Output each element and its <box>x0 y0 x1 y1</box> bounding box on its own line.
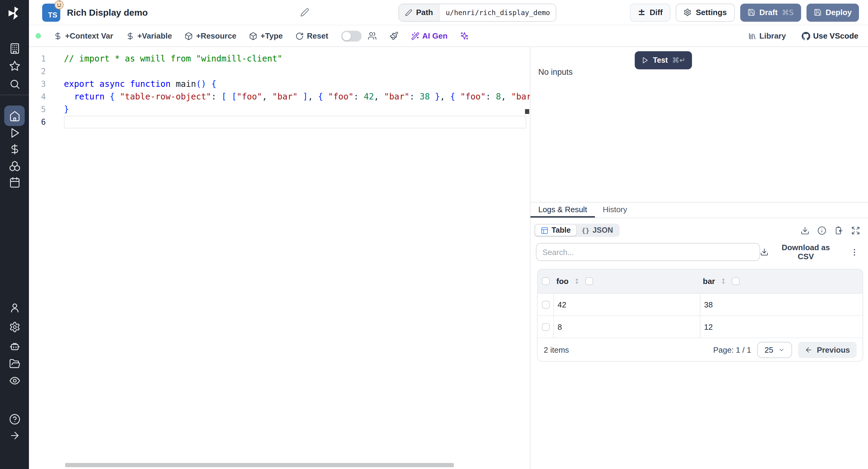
sidebar-expand-icon[interactable] <box>0 430 29 441</box>
reset-button[interactable]: Reset <box>296 31 328 40</box>
test-label: Test <box>653 56 668 64</box>
settings-label: Settings <box>696 8 727 17</box>
rotate-icon <box>296 32 304 40</box>
page-indicator: Page: 1 / 1 <box>713 345 751 354</box>
library-button[interactable]: Library <box>748 31 786 40</box>
search-input[interactable] <box>536 243 760 261</box>
column-header-bar[interactable]: bar <box>703 277 715 286</box>
expand-icon[interactable] <box>851 226 860 235</box>
inputs-panel: Test ⌘↵ No inputs <box>530 47 868 202</box>
items-count: 2 items <box>544 345 569 354</box>
sidebar-item-search[interactable] <box>0 79 29 90</box>
path-label: Path <box>416 8 433 17</box>
view-json-button[interactable]: {}JSON <box>576 225 618 236</box>
editor-horizontal-scrollbar[interactable] <box>65 463 454 467</box>
add-type-button[interactable]: +Type <box>249 31 283 40</box>
add-resource-button[interactable]: +Resource <box>185 31 237 40</box>
mode-toggle[interactable] <box>341 30 361 41</box>
sidebar-divider <box>0 95 29 95</box>
kebab-menu-icon[interactable] <box>850 247 859 256</box>
diff-button[interactable]: ±Diff <box>630 3 671 22</box>
sidebar-item-favorites[interactable] <box>0 60 29 72</box>
column-header-foo[interactable]: foo <box>556 277 568 286</box>
deploy-label: Deploy <box>826 8 852 17</box>
sidebar-item-workspace[interactable] <box>0 43 29 54</box>
row-checkbox[interactable] <box>541 301 550 308</box>
test-button[interactable]: Test ⌘↵ <box>635 51 692 69</box>
row-checkbox[interactable] <box>541 323 550 331</box>
library-icon <box>748 32 756 40</box>
info-icon[interactable] <box>817 226 827 235</box>
tab-history[interactable]: History <box>595 202 635 218</box>
draft-button[interactable]: Draft⌘S <box>740 3 801 22</box>
typescript-badge: TS <box>42 3 60 22</box>
sidebar-item-variables[interactable] <box>0 144 29 155</box>
dollar-icon <box>54 32 62 40</box>
previous-page-button[interactable]: Previous <box>798 342 857 358</box>
sidebar-item-workers[interactable] <box>0 341 29 352</box>
chevron-down-icon <box>778 346 785 353</box>
users-icon[interactable] <box>367 31 376 40</box>
save-icon <box>747 8 755 16</box>
tab-logs-result[interactable]: Logs & Result <box>530 202 595 218</box>
table-row: 4238 <box>538 293 863 316</box>
sidebar-item-folders[interactable] <box>0 358 29 370</box>
column-checkbox[interactable] <box>732 277 740 285</box>
settings-button[interactable]: Settings <box>676 3 735 22</box>
windmill-logo-icon[interactable] <box>6 5 23 22</box>
editor-toolbar: +Context Var +Variable +Resource +Type R… <box>29 25 868 47</box>
language-label: TS <box>48 10 57 19</box>
test-shortcut: ⌘↵ <box>672 56 685 64</box>
path-value[interactable]: u/henri/rich_display_demo <box>440 4 556 21</box>
sidebar-item-runs[interactable] <box>0 127 29 139</box>
sidebar-item-resources[interactable] <box>0 160 29 172</box>
sparkles-icon[interactable] <box>460 31 469 40</box>
sort-icon[interactable] <box>573 277 581 285</box>
edit-title-pencil-icon[interactable] <box>300 8 309 17</box>
sidebar-item-home[interactable] <box>4 105 25 126</box>
sort-icon[interactable] <box>720 277 727 285</box>
sidebar-item-schedules[interactable] <box>0 177 29 188</box>
overview-ruler-mark <box>525 109 529 114</box>
select-all-checkbox[interactable] <box>541 277 550 285</box>
code-editor[interactable]: 123456 // import * as wmill from "windmi… <box>29 47 530 469</box>
diff-label: Diff <box>650 8 662 17</box>
table-cell: 38 <box>700 293 863 315</box>
path-label-segment: Path <box>399 4 439 21</box>
package-icon <box>249 32 257 40</box>
path-edit-pencil-icon <box>405 9 412 16</box>
path-field[interactable]: Path u/henri/rich_display_demo <box>398 3 557 22</box>
header: TS Rich Display demo Path u/henri/rich_d… <box>29 0 868 25</box>
paintbrush-icon[interactable] <box>389 31 398 40</box>
windmill-script-editor: TS Rich Display demo Path u/henri/rich_d… <box>0 0 868 469</box>
add-context-var-button[interactable]: +Context Var <box>54 31 113 40</box>
diff-icon: ± <box>638 8 645 17</box>
download-csv-button[interactable]: Download as CSV <box>760 243 839 261</box>
page-size-select[interactable]: 25 <box>757 342 792 358</box>
use-vscode-button[interactable]: Use VScode <box>802 31 858 40</box>
sidebar-item-settings[interactable] <box>0 321 29 333</box>
add-variable-button[interactable]: +Variable <box>126 31 172 40</box>
draft-shortcut: ⌘S <box>782 8 794 17</box>
sidebar-item-help[interactable] <box>0 413 29 425</box>
copy-to-clipboard-icon[interactable] <box>834 226 843 235</box>
table-cell: 12 <box>700 316 863 338</box>
deploy-button[interactable]: Deploy <box>806 3 859 22</box>
package-icon <box>185 32 193 40</box>
column-checkbox[interactable] <box>585 277 593 285</box>
table-footer: 2 items Page: 1 / 1 25 Previous <box>538 338 863 361</box>
table-actions-row: Download as CSV <box>536 243 863 261</box>
draft-label: Draft <box>759 8 778 17</box>
view-table-button[interactable]: Table <box>535 225 576 236</box>
gear-icon <box>684 8 692 16</box>
table-body: 4238812 <box>538 293 863 338</box>
status-dot <box>36 33 41 39</box>
ai-gen-button[interactable]: AI Gen <box>411 31 447 40</box>
download-result-icon[interactable] <box>801 226 809 235</box>
github-icon <box>802 32 810 40</box>
result-panel: Logs & Result History Table {}JSON <box>530 202 868 469</box>
sidebar-item-users[interactable] <box>0 302 29 313</box>
sidebar-item-audit-logs[interactable] <box>0 375 29 386</box>
code-lines[interactable]: // import * as wmill from "windmill-clie… <box>64 53 530 128</box>
wand-icon <box>411 32 419 40</box>
